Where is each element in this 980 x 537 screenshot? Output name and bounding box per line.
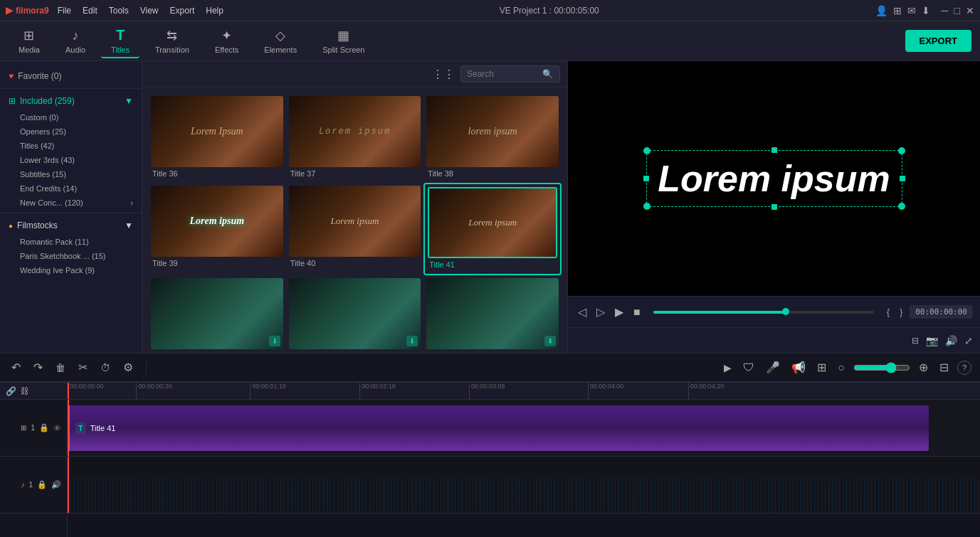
volume-icon[interactable]: 🔊 (945, 335, 957, 346)
elements-icon: ◇ (275, 28, 285, 43)
title-bar-left: ▶ filmora9 File Edit Tools View Export H… (6, 5, 223, 16)
mail-icon[interactable]: ✉ (907, 5, 916, 16)
media-item-36[interactable]: Lorem Ipsum Title 36 (148, 93, 286, 183)
toolbar-transition[interactable]: ⇆ Transition (145, 25, 199, 57)
transition-label: Transition (155, 46, 189, 54)
circle-button[interactable]: ○ (835, 358, 848, 377)
toolbar-media[interactable]: ⊞ Media (9, 25, 50, 57)
handle-bottom-left[interactable] (643, 203, 650, 210)
progress-bar[interactable] (653, 311, 874, 314)
minimize-btn[interactable]: ─ (942, 5, 949, 16)
track-eye-icon-video1[interactable]: 👁 (53, 424, 61, 432)
play-all-button[interactable]: ▶ (612, 302, 626, 321)
help-button[interactable]: ? (957, 361, 971, 375)
menu-edit[interactable]: Edit (83, 6, 98, 16)
screenshot-icon[interactable]: 📷 (926, 335, 938, 346)
menu-tools[interactable]: Tools (109, 6, 129, 16)
stop-button[interactable]: ■ (631, 303, 643, 321)
toolbar-effects[interactable]: ✦ Effects (205, 25, 248, 57)
track-lock-icon-video1[interactable]: 🔒 (39, 423, 49, 432)
add-button[interactable]: ⊕ (916, 358, 931, 377)
maximize-btn[interactable]: □ (954, 5, 960, 16)
adjust-button[interactable]: ⚙ (120, 358, 136, 377)
handle-top-mid[interactable] (771, 147, 777, 153)
logo-icon: ▶ (6, 5, 13, 16)
filmstocks-header[interactable]: ● Filmstocks ▼ (0, 216, 142, 235)
media-item-39[interactable]: Lorem ipsum Title 39 (148, 183, 286, 275)
menu-export[interactable]: Export (170, 6, 195, 16)
media-label-38: Title 38 (426, 167, 559, 180)
split-screen-label: Split Screen (322, 46, 364, 54)
voice-button[interactable]: 📢 (789, 358, 808, 377)
play-button[interactable]: ▷ (594, 302, 608, 321)
crop-button[interactable]: ⊞ (814, 358, 829, 377)
prev-frame-button[interactable]: ◁ (575, 302, 589, 321)
time-button[interactable]: ⏱ (98, 359, 113, 376)
cut-button[interactable]: ✂ (75, 358, 90, 377)
account-icon[interactable]: 👤 (875, 5, 887, 16)
title-clip-label: Title 41 (90, 424, 116, 432)
handle-bottom-mid[interactable] (771, 204, 777, 210)
media-item-37[interactable]: Lorem ipsum Title 37 (286, 93, 424, 183)
track-volume-icon-audio1[interactable]: 🔊 (51, 480, 61, 489)
chain-icon[interactable]: ⛓ (21, 386, 29, 396)
media-item-41[interactable]: Lorem ipsum Title 41 (423, 183, 562, 275)
category-lower3rds[interactable]: Lower 3rds (43) (0, 153, 142, 167)
handle-mid-left[interactable] (643, 176, 649, 181)
media-area: ⋮⋮ 🔍 Lorem Ipsum Title 36 Lorem ipsum (142, 61, 567, 353)
track-lock-icon-audio1[interactable]: 🔒 (37, 480, 47, 489)
media-item-40[interactable]: Lorem ipsum Title 40 (286, 183, 424, 275)
included-section-header[interactable]: ⊞ Included (259) ▼ (0, 92, 142, 110)
category-wedding[interactable]: Wedding Ive Pack (9) (0, 263, 142, 277)
mic-button[interactable]: 🎤 (763, 358, 783, 377)
toolbar-audio[interactable]: ♪ Audio (56, 26, 95, 57)
handle-bottom-right[interactable] (898, 203, 905, 210)
toolbar-elements[interactable]: ◇ Elements (254, 25, 307, 57)
favorite-button[interactable]: ♥ Favorite (0) (0, 67, 142, 85)
shield-button[interactable]: 🛡 (740, 358, 757, 377)
media-item-44[interactable]: ⬇ (423, 275, 562, 353)
category-new-conc[interactable]: New Conc... (120) › (0, 196, 142, 210)
search-input[interactable] (467, 69, 538, 79)
title-clip[interactable]: T Title 41 (68, 405, 929, 451)
category-titles[interactable]: Titles (42) (0, 139, 142, 153)
toolbar-split-screen[interactable]: ▦ Split Screen (312, 25, 374, 57)
playhead[interactable] (68, 383, 69, 399)
handle-top-right[interactable] (898, 147, 905, 154)
category-paris[interactable]: Paris Sketchbook ... (15) (0, 249, 142, 263)
toolbar-titles[interactable]: T Titles (101, 24, 139, 58)
category-custom[interactable]: Custom (0) (0, 110, 142, 124)
layout-icon[interactable]: ⊞ (893, 5, 902, 16)
menu-view[interactable]: View (140, 6, 159, 16)
media-item-43[interactable]: ⬇ (286, 275, 424, 353)
playback-settings-button[interactable]: ▶ (721, 359, 734, 376)
category-openers[interactable]: Openers (25) (0, 124, 142, 139)
handle-mid-right[interactable] (900, 176, 905, 181)
expand-icon: ▼ (125, 96, 133, 106)
category-end-credits[interactable]: End Credits (14) (0, 181, 142, 196)
close-btn[interactable]: ✕ (966, 5, 974, 16)
category-romantic[interactable]: Romantic Pack (11) (0, 235, 142, 249)
snap-icon[interactable]: 🔗 (6, 386, 16, 396)
category-subtitles[interactable]: Subtitles (15) (0, 167, 142, 181)
media-item-38[interactable]: lorem ipsum Title 38 (423, 93, 562, 183)
fullscreen-icon[interactable]: ⤢ (964, 335, 973, 346)
menu-help[interactable]: Help (206, 6, 223, 16)
menu-file[interactable]: File (58, 6, 71, 16)
media-thumb-43: ⬇ (289, 278, 421, 349)
redo-button[interactable]: ↷ (31, 358, 46, 377)
media-item-42[interactable]: ⬇ (148, 275, 286, 353)
audio-icon: ♪ (73, 28, 79, 43)
track-number-video1: 1 (31, 424, 35, 432)
undo-button[interactable]: ↶ (9, 358, 23, 377)
selection-box[interactable] (646, 150, 902, 207)
handle-top-left[interactable] (643, 147, 650, 154)
grid-view-button[interactable]: ⋮⋮ (432, 68, 455, 81)
delete-button[interactable]: 🗑 (53, 359, 68, 376)
media-label-36: Title 36 (151, 167, 283, 180)
speed-slider[interactable] (853, 362, 910, 373)
export-button[interactable]: EXPORT (905, 30, 971, 52)
split-timeline-button[interactable]: ⊟ (937, 358, 952, 377)
download-icon[interactable]: ⬇ (922, 5, 930, 16)
pip-icon[interactable]: ⊟ (912, 336, 919, 346)
